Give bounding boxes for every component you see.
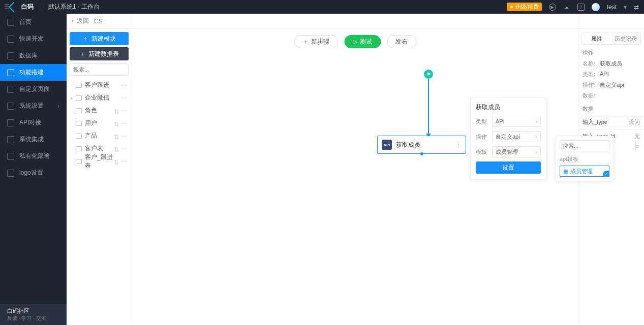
tab-history[interactable]: 历史记录: [611, 33, 641, 44]
node-label: 获取成员: [396, 141, 420, 149]
field-label: 模板: [476, 148, 489, 156]
play-icon: ▷: [353, 38, 357, 45]
play-icon[interactable]: ▶: [549, 4, 556, 11]
more-icon[interactable]: ⋯: [121, 120, 128, 127]
logo-settings-icon: [7, 170, 14, 177]
sidebar-item-label: 系统设置: [19, 102, 44, 110]
row-value: 无: [634, 133, 640, 140]
sort-icon[interactable]: ⇅: [114, 134, 119, 139]
sidebar-item-custom-page[interactable]: 自定义页面: [0, 81, 67, 98]
popup-search-input[interactable]: [560, 141, 635, 151]
logo[interactable]: 白码: [10, 3, 34, 11]
sidebar-item-quickdev[interactable]: 快速开发: [0, 30, 67, 47]
canvas-toolbar: ＋新步骤 ▷测试 发布: [294, 35, 416, 48]
sort-icon[interactable]: ⇅: [114, 108, 119, 113]
folder-icon: [76, 95, 82, 101]
more-icon[interactable]: ⋯: [121, 82, 128, 89]
tree-folder[interactable]: ▸企业微信⋯: [67, 91, 132, 104]
row-value: 设为: [629, 118, 640, 126]
chevron-right-icon: ›: [535, 118, 537, 124]
sort-icon[interactable]: ⇅: [114, 159, 119, 164]
more-icon[interactable]: ⋯: [121, 107, 128, 114]
button-label: 新建数据表: [88, 50, 119, 58]
canvas-header-spacer: [132, 14, 578, 29]
more-icon[interactable]: ⋯: [121, 133, 128, 140]
integration-icon: [7, 136, 14, 143]
username[interactable]: test: [607, 4, 617, 11]
test-button[interactable]: ▷测试: [344, 35, 381, 48]
sidebar-item-logo-settings[interactable]: logo设置: [0, 165, 67, 181]
table-icon: [76, 134, 82, 139]
sort-icon[interactable]: ⇅: [114, 121, 119, 126]
kv-key: 数据:: [582, 92, 600, 100]
api-badge: API: [382, 140, 392, 150]
sort-icon[interactable]: ⇅: [114, 146, 119, 151]
field-label: 类型: [476, 118, 489, 125]
table-icon: [76, 146, 82, 151]
kv-value: API: [600, 71, 609, 78]
sidebar-item-database[interactable]: 数据库: [0, 47, 67, 64]
workspace-title[interactable]: 默认系统1 · 工作台: [48, 3, 100, 11]
flow-node[interactable]: API 获取成员 ⋮: [377, 136, 466, 154]
sidebar-item-api[interactable]: API对接: [0, 114, 67, 131]
sidebar-item-system-settings[interactable]: 系统设置›: [0, 98, 67, 114]
new-module-button[interactable]: ＋新建模块: [70, 32, 129, 45]
tab-properties[interactable]: 属性: [582, 33, 611, 44]
avatar[interactable]: [592, 3, 600, 11]
sidebar-footer[interactable]: 白码社区 反馈 · 学习 · 交流: [0, 304, 67, 325]
sidebar-item-home[interactable]: 首页: [0, 14, 67, 30]
popup-option[interactable]: ▦成员管理: [560, 166, 609, 177]
brand-text: 白码: [21, 3, 34, 11]
start-node[interactable]: ⚑: [424, 70, 433, 79]
tree-leaf[interactable]: 角色⇅⋯: [67, 104, 132, 117]
sidebar-item-label: 私有化部署: [19, 152, 50, 160]
search-icon[interactable]: ⌕: [635, 141, 639, 151]
data-row[interactable]: 输入_type设为: [578, 115, 644, 129]
node-config-panel: 获取成员 类型API› 操作自定义api› 模板成员管理› 设置: [470, 98, 546, 179]
new-step-button[interactable]: ＋新步骤: [294, 35, 338, 48]
module-search: ⌕: [70, 63, 129, 76]
chevron-right-icon: ›: [535, 134, 537, 140]
popup-group-label: api模板: [560, 155, 609, 163]
tree-leaf[interactable]: 客户_跟进表⇅⋯: [67, 155, 132, 168]
select-value: 自定义api: [496, 133, 520, 141]
footer-title: 白码社区: [7, 307, 59, 315]
canvas[interactable]: ＋新步骤 ▷测试 发布 ⚑ API 获取成员 ⋮ 获取成员 类型API› 操作自…: [132, 14, 578, 325]
sidebar-item-private-deploy[interactable]: 私有化部署: [0, 148, 67, 165]
more-icon[interactable]: ⋯: [121, 94, 128, 102]
select-value: API: [496, 118, 505, 124]
caret-icon: ▸: [71, 95, 76, 101]
more-icon[interactable]: ⋯: [121, 158, 128, 165]
breadcrumb-name: CS: [94, 18, 103, 25]
template-select[interactable]: 成员管理›: [492, 146, 541, 157]
kv-value: 自定义api: [600, 81, 624, 89]
button-label: 测试: [360, 38, 372, 46]
connector-line: [428, 79, 429, 135]
operation-select[interactable]: 自定义api›: [492, 131, 541, 142]
plus-icon: ＋: [302, 38, 309, 46]
swap-icon[interactable]: ⇄: [634, 4, 639, 11]
tree-leaf[interactable]: 产品⇅⋯: [67, 129, 132, 142]
tree-label: 客户表: [85, 144, 114, 153]
cube-icon: [7, 36, 14, 43]
publish-button[interactable]: 发布: [387, 35, 416, 48]
configure-button[interactable]: 设置: [476, 161, 541, 174]
user-chevron-icon[interactable]: ▾: [624, 4, 627, 11]
help-icon[interactable]: ?: [577, 4, 585, 11]
sidebar-item-integration[interactable]: 系统集成: [0, 131, 67, 148]
sidebar-item-feature-builder[interactable]: 功能搭建: [0, 64, 67, 81]
tree-folder[interactable]: 客户跟进⋯: [67, 79, 132, 91]
node-more-icon[interactable]: ⋮: [455, 141, 462, 148]
more-icon[interactable]: ⋯: [121, 145, 128, 152]
right-header-spacer: [578, 14, 644, 29]
tree-leaf[interactable]: 用户⇅⋯: [67, 117, 132, 129]
type-select[interactable]: API›: [492, 116, 541, 127]
chevron-right-icon: ›: [535, 149, 537, 155]
panel-title: 获取成员: [476, 103, 541, 112]
cloud-icon[interactable]: ☁: [563, 4, 570, 11]
tree-label: 客户跟进: [85, 81, 121, 89]
upgrade-badge[interactable]: ● 升级/续费: [507, 3, 542, 11]
back-button[interactable]: 返回: [72, 17, 89, 25]
new-table-button[interactable]: ＋新建数据表: [70, 47, 129, 60]
kv-value: 获取成员: [600, 60, 622, 68]
